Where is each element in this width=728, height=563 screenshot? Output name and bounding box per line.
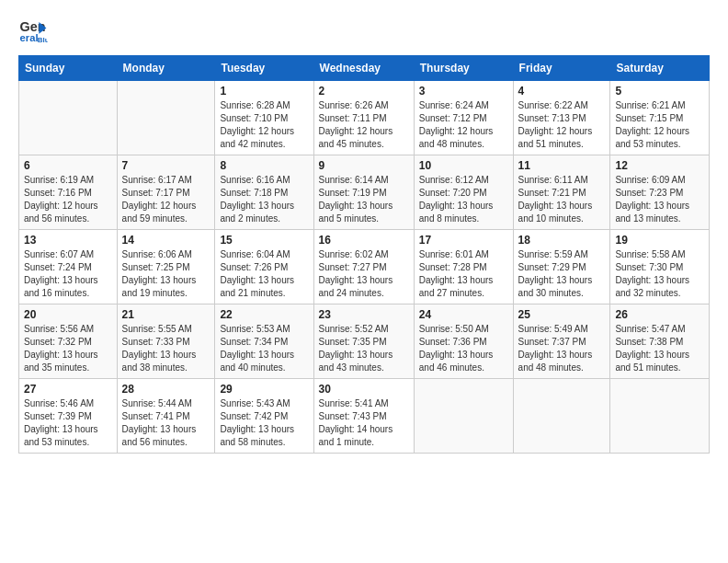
week-row-5: 27Sunrise: 5:46 AM Sunset: 7:39 PM Dayli… [19,379,710,454]
day-info: Sunrise: 5:53 AM Sunset: 7:34 PM Dayligh… [220,323,308,374]
logo: Gen eral Blue [18,15,51,44]
day-info: Sunrise: 5:41 AM Sunset: 7:43 PM Dayligh… [319,397,409,449]
day-info: Sunrise: 6:26 AM Sunset: 7:11 PM Dayligh… [319,99,409,151]
day-number: 30 [319,383,409,396]
calendar-cell: 4Sunrise: 6:22 AM Sunset: 7:13 PM Daylig… [513,81,610,155]
day-info: Sunrise: 6:19 AM Sunset: 7:16 PM Dayligh… [24,174,112,225]
weekday-header-sunday: Sunday [19,56,118,81]
day-number: 8 [220,159,308,172]
day-number: 12 [615,159,704,172]
calendar-cell: 13Sunrise: 6:07 AM Sunset: 7:24 PM Dayli… [19,230,118,304]
week-row-2: 6Sunrise: 6:19 AM Sunset: 7:16 PM Daylig… [19,155,710,230]
day-number: 24 [419,308,508,321]
day-info: Sunrise: 6:06 AM Sunset: 7:25 PM Dayligh… [122,248,210,300]
weekday-header-wednesday: Wednesday [313,56,414,81]
day-info: Sunrise: 6:07 AM Sunset: 7:24 PM Dayligh… [24,248,112,300]
calendar-cell: 10Sunrise: 6:12 AM Sunset: 7:20 PM Dayli… [414,155,513,230]
calendar-cell [414,379,513,454]
day-info: Sunrise: 5:56 AM Sunset: 7:32 PM Dayligh… [24,323,112,374]
day-number: 5 [615,85,704,98]
day-info: Sunrise: 6:04 AM Sunset: 7:26 PM Dayligh… [220,248,308,300]
calendar-cell: 7Sunrise: 6:17 AM Sunset: 7:17 PM Daylig… [117,155,215,230]
day-number: 11 [518,159,606,172]
calendar-cell: 9Sunrise: 6:14 AM Sunset: 7:19 PM Daylig… [313,155,414,230]
week-row-1: 1Sunrise: 6:28 AM Sunset: 7:10 PM Daylig… [19,81,710,155]
day-number: 29 [220,383,308,396]
weekday-header-row: SundayMondayTuesdayWednesdayThursdayFrid… [19,56,710,81]
day-info: Sunrise: 5:46 AM Sunset: 7:39 PM Dayligh… [24,397,112,449]
day-info: Sunrise: 6:24 AM Sunset: 7:12 PM Dayligh… [419,99,508,151]
day-number: 10 [419,159,508,172]
calendar-cell [610,379,710,454]
weekday-header-saturday: Saturday [610,56,710,81]
svg-text:eral: eral [20,32,39,43]
calendar-cell: 21Sunrise: 5:55 AM Sunset: 7:33 PM Dayli… [117,304,215,379]
calendar-cell: 1Sunrise: 6:28 AM Sunset: 7:10 PM Daylig… [215,81,313,155]
day-info: Sunrise: 6:01 AM Sunset: 7:28 PM Dayligh… [419,248,508,300]
calendar-cell: 25Sunrise: 5:49 AM Sunset: 7:37 PM Dayli… [513,304,610,379]
day-info: Sunrise: 6:16 AM Sunset: 7:18 PM Dayligh… [220,174,308,225]
day-info: Sunrise: 6:14 AM Sunset: 7:19 PM Dayligh… [319,174,409,225]
day-number: 26 [615,308,704,321]
day-number: 13 [24,234,112,247]
calendar-cell: 30Sunrise: 5:41 AM Sunset: 7:43 PM Dayli… [313,379,414,454]
day-info: Sunrise: 5:47 AM Sunset: 7:38 PM Dayligh… [615,323,704,374]
calendar-cell: 15Sunrise: 6:04 AM Sunset: 7:26 PM Dayli… [215,230,313,304]
day-info: Sunrise: 5:58 AM Sunset: 7:30 PM Dayligh… [615,248,704,300]
weekday-header-friday: Friday [513,56,610,81]
calendar-table: SundayMondayTuesdayWednesdayThursdayFrid… [18,55,710,454]
week-row-4: 20Sunrise: 5:56 AM Sunset: 7:32 PM Dayli… [19,304,710,379]
calendar-cell [117,81,215,155]
day-info: Sunrise: 6:12 AM Sunset: 7:20 PM Dayligh… [419,174,508,225]
day-info: Sunrise: 6:11 AM Sunset: 7:21 PM Dayligh… [518,174,606,225]
day-number: 23 [319,308,409,321]
day-info: Sunrise: 5:43 AM Sunset: 7:42 PM Dayligh… [220,397,308,449]
day-number: 16 [319,234,409,247]
logo-icon: Gen eral Blue [18,15,48,44]
svg-text:Blue: Blue [38,36,48,44]
day-number: 2 [319,85,409,98]
day-info: Sunrise: 6:09 AM Sunset: 7:23 PM Dayligh… [615,174,704,225]
day-number: 6 [24,159,112,172]
day-number: 4 [518,85,606,98]
day-number: 1 [220,85,308,98]
day-number: 3 [419,85,508,98]
day-info: Sunrise: 5:49 AM Sunset: 7:37 PM Dayligh… [518,323,606,374]
calendar-cell: 22Sunrise: 5:53 AM Sunset: 7:34 PM Dayli… [215,304,313,379]
day-info: Sunrise: 5:44 AM Sunset: 7:41 PM Dayligh… [122,397,210,449]
calendar-cell: 18Sunrise: 5:59 AM Sunset: 7:29 PM Dayli… [513,230,610,304]
day-info: Sunrise: 5:55 AM Sunset: 7:33 PM Dayligh… [122,323,210,374]
calendar-cell: 8Sunrise: 6:16 AM Sunset: 7:18 PM Daylig… [215,155,313,230]
day-info: Sunrise: 5:59 AM Sunset: 7:29 PM Dayligh… [518,248,606,300]
day-number: 7 [122,159,210,172]
calendar-cell: 17Sunrise: 6:01 AM Sunset: 7:28 PM Dayli… [414,230,513,304]
day-info: Sunrise: 6:22 AM Sunset: 7:13 PM Dayligh… [518,99,606,151]
header: Gen eral Blue [18,15,710,44]
calendar-cell: 29Sunrise: 5:43 AM Sunset: 7:42 PM Dayli… [215,379,313,454]
calendar-cell: 27Sunrise: 5:46 AM Sunset: 7:39 PM Dayli… [19,379,118,454]
day-number: 18 [518,234,606,247]
day-info: Sunrise: 5:52 AM Sunset: 7:35 PM Dayligh… [319,323,409,374]
calendar-cell: 6Sunrise: 6:19 AM Sunset: 7:16 PM Daylig… [19,155,118,230]
weekday-header-tuesday: Tuesday [215,56,313,81]
day-info: Sunrise: 6:21 AM Sunset: 7:15 PM Dayligh… [615,99,704,151]
day-info: Sunrise: 6:02 AM Sunset: 7:27 PM Dayligh… [319,248,409,300]
day-number: 19 [615,234,704,247]
calendar-cell: 12Sunrise: 6:09 AM Sunset: 7:23 PM Dayli… [610,155,710,230]
calendar-cell: 5Sunrise: 6:21 AM Sunset: 7:15 PM Daylig… [610,81,710,155]
week-row-3: 13Sunrise: 6:07 AM Sunset: 7:24 PM Dayli… [19,230,710,304]
day-info: Sunrise: 5:50 AM Sunset: 7:36 PM Dayligh… [419,323,508,374]
calendar-cell: 20Sunrise: 5:56 AM Sunset: 7:32 PM Dayli… [19,304,118,379]
calendar-cell: 16Sunrise: 6:02 AM Sunset: 7:27 PM Dayli… [313,230,414,304]
calendar-cell: 26Sunrise: 5:47 AM Sunset: 7:38 PM Dayli… [610,304,710,379]
calendar-cell: 11Sunrise: 6:11 AM Sunset: 7:21 PM Dayli… [513,155,610,230]
weekday-header-thursday: Thursday [414,56,513,81]
day-info: Sunrise: 6:28 AM Sunset: 7:10 PM Dayligh… [220,99,308,151]
day-number: 22 [220,308,308,321]
day-number: 27 [24,383,112,396]
weekday-header-monday: Monday [117,56,215,81]
day-number: 15 [220,234,308,247]
day-number: 20 [24,308,112,321]
calendar-cell: 28Sunrise: 5:44 AM Sunset: 7:41 PM Dayli… [117,379,215,454]
calendar-cell: 23Sunrise: 5:52 AM Sunset: 7:35 PM Dayli… [313,304,414,379]
